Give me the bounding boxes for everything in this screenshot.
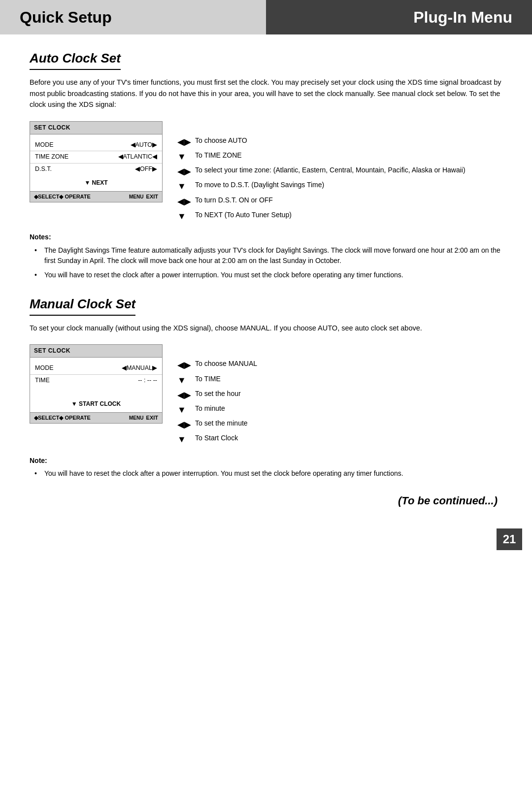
auto-instr-text-3: To select your time zone: (Atlantic, Eas… <box>195 165 466 175</box>
manual-clock-title: Manual Clock Set <box>30 295 135 316</box>
auto-timezone-value: ◀ATLANTIC◀ <box>118 153 158 162</box>
manual-instr-1: ◀▶ To choose MANUAL <box>177 359 502 371</box>
arrow-down-icon-2: ▼ <box>177 151 191 163</box>
auto-instr-4: ▼ To move to D.S.T. (Daylight Savings Ti… <box>177 180 502 193</box>
manual-note-label: Note: <box>30 456 502 466</box>
manual-instr-6: ▼ To Start Clock <box>177 433 502 446</box>
header-left: Quick Setup <box>0 0 266 34</box>
manual-clock-instructions: ◀▶ To choose MANUAL ▼ To TIME ◀▶ To set … <box>177 344 502 446</box>
page-number: 21 <box>497 528 522 550</box>
auto-clock-notes: Notes: • The Daylight Savings Time featu… <box>30 232 502 280</box>
manual-instr-text-5: To set the minute <box>195 419 248 428</box>
auto-timezone-row: TIME ZONE ◀ATLANTIC◀ <box>30 151 162 163</box>
auto-note-text-1: The Daylight Savings Time feature automa… <box>44 245 502 266</box>
manual-mode-value: ◀MANUAL▶ <box>122 364 157 373</box>
auto-dst-row: D.S.T. ◀OFF▶ <box>30 163 162 175</box>
manual-exit-text: EXIT <box>146 415 158 421</box>
auto-clock-section: Auto Clock Set Before you use any of you… <box>30 49 502 280</box>
manual-mode-label: MODE <box>35 364 54 373</box>
auto-note-1: • The Daylight Savings Time feature auto… <box>30 245 502 266</box>
arrow-down-icon-m2: ▼ <box>177 374 191 387</box>
auto-nav-row: ▼ NEXT <box>30 175 162 189</box>
auto-clock-menu-body: MODE ◀AUTO▶ TIME ZONE ◀ATLANTIC◀ D.S.T. … <box>30 134 162 189</box>
manual-select-operate: ◆SELECT◆ OPERATE <box>34 414 91 422</box>
manual-instr-text-2: To TIME <box>195 374 221 384</box>
manual-clock-menu-area: SET CLOCK MODE ◀MANUAL▶ TIME -- : -- -- … <box>30 344 502 446</box>
arrow-lr-icon-5: ◀▶ <box>177 196 191 208</box>
manual-instr-text-3: To set the hour <box>195 389 241 399</box>
auto-mode-label: MODE <box>35 141 54 150</box>
arrow-lr-icon-3: ◀▶ <box>177 165 191 178</box>
auto-clock-intro: Before you use any of your TV's timer fu… <box>30 77 502 110</box>
arrow-down-icon-4: ▼ <box>177 180 191 193</box>
auto-note-2: • You will have to reset the clock after… <box>30 270 502 280</box>
page-number-box: 21 <box>0 524 532 555</box>
auto-note-text-2: You will have to reset the clock after a… <box>44 270 403 280</box>
manual-mode-row: MODE ◀MANUAL▶ <box>30 362 162 374</box>
auto-clock-menu-box: SET CLOCK MODE ◀AUTO▶ TIME ZONE ◀ATLANTI… <box>30 121 163 202</box>
manual-exit-label: MENU EXIT <box>129 414 158 422</box>
manual-clock-menu-body: MODE ◀MANUAL▶ TIME -- : -- -- ▼ START CL… <box>30 358 162 410</box>
auto-instr-text-5: To turn D.S.T. ON or OFF <box>195 196 273 205</box>
manual-note-1: • You will have to reset the clock after… <box>30 468 502 479</box>
manual-clock-menu-title: SET CLOCK <box>30 345 162 358</box>
auto-exit-label: MENU EXIT <box>129 193 158 200</box>
auto-dst-label: D.S.T. <box>35 165 52 174</box>
auto-clock-menu-area: SET CLOCK MODE ◀AUTO▶ TIME ZONE ◀ATLANTI… <box>30 121 502 223</box>
auto-exit-text: EXIT <box>146 194 158 199</box>
manual-instr-text-1: To choose MANUAL <box>195 359 257 369</box>
manual-instr-5: ◀▶ To set the minute <box>177 419 502 431</box>
auto-clock-menu-title: SET CLOCK <box>30 122 162 134</box>
auto-timezone-label: TIME ZONE <box>35 153 68 162</box>
arrow-lr-icon-m5: ◀▶ <box>177 419 191 431</box>
header-right: Plug-In Menu <box>266 0 532 34</box>
manual-time-value: -- : -- -- <box>138 376 157 385</box>
to-be-continued: (To be continued...) <box>30 494 502 509</box>
quick-setup-title: Quick Setup <box>20 6 112 29</box>
auto-instr-5: ◀▶ To turn D.S.T. ON or OFF <box>177 196 502 208</box>
bullet-icon-1: • <box>34 245 40 266</box>
manual-clock-menu-box: SET CLOCK MODE ◀MANUAL▶ TIME -- : -- -- … <box>30 344 163 424</box>
manual-instr-text-6: To Start Clock <box>195 433 238 443</box>
manual-clock-intro: To set your clock manually (without usin… <box>30 323 502 333</box>
manual-menu-icon: MENU <box>129 415 143 421</box>
manual-clock-notes: Note: • You will have to reset the clock… <box>30 456 502 479</box>
auto-bottom-bar: ◆SELECT◆ OPERATE MENU EXIT <box>30 191 162 202</box>
manual-bottom-bar: ◆SELECT◆ OPERATE MENU EXIT <box>30 412 162 423</box>
manual-nav-row: ▼ START CLOCK <box>30 396 162 410</box>
auto-instr-text-2: To TIME ZONE <box>195 151 242 161</box>
manual-time-row: TIME -- : -- -- <box>30 374 162 387</box>
auto-select-operate: ◆SELECT◆ OPERATE <box>34 193 91 200</box>
bullet-icon-2: • <box>34 270 40 280</box>
manual-start-label: ▼ START CLOCK <box>71 400 121 407</box>
auto-dst-value: ◀OFF▶ <box>135 165 157 174</box>
auto-mode-value: ◀AUTO▶ <box>131 141 158 150</box>
auto-mode-row: MODE ◀AUTO▶ <box>30 139 162 151</box>
auto-instr-2: ▼ To TIME ZONE <box>177 151 502 163</box>
plugin-menu-title: Plug-In Menu <box>413 6 512 29</box>
auto-notes-label: Notes: <box>30 232 502 242</box>
auto-instr-text-6: To NEXT (To Auto Tuner Setup) <box>195 210 292 220</box>
auto-next-label: ▼ NEXT <box>84 179 107 186</box>
bullet-icon-m1: • <box>34 468 40 479</box>
menu-icon-label: MENU <box>129 194 143 199</box>
auto-instr-3: ◀▶ To select your time zone: (Atlantic, … <box>177 165 502 178</box>
manual-instr-2: ▼ To TIME <box>177 374 502 387</box>
arrow-down-icon-m4: ▼ <box>177 404 191 416</box>
manual-note-text-1: You will have to reset the clock after a… <box>44 468 403 479</box>
manual-instr-3: ◀▶ To set the hour <box>177 389 502 401</box>
auto-clock-title: Auto Clock Set <box>30 49 121 70</box>
auto-instr-6: ▼ To NEXT (To Auto Tuner Setup) <box>177 210 502 223</box>
manual-clock-section: Manual Clock Set To set your clock manua… <box>30 295 502 479</box>
arrow-lr-icon-1: ◀▶ <box>177 136 191 148</box>
arrow-lr-icon-m3: ◀▶ <box>177 389 191 401</box>
arrow-down-icon-m6: ▼ <box>177 433 191 446</box>
manual-instr-4: ▼ To minute <box>177 404 502 416</box>
manual-time-label: TIME <box>35 376 50 385</box>
auto-instr-text-1: To choose AUTO <box>195 136 247 146</box>
arrow-lr-icon-m1: ◀▶ <box>177 359 191 371</box>
manual-instr-text-4: To minute <box>195 404 225 414</box>
auto-clock-instructions: ◀▶ To choose AUTO ▼ To TIME ZONE ◀▶ To s… <box>177 121 502 223</box>
auto-instr-text-4: To move to D.S.T. (Daylight Savings Time… <box>195 180 324 190</box>
arrow-down-icon-6: ▼ <box>177 210 191 223</box>
